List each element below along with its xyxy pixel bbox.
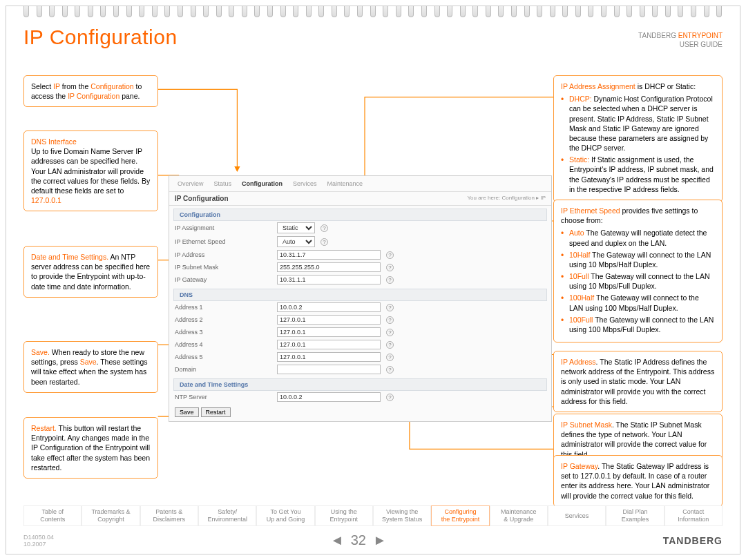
form-row: Domain?	[169, 363, 551, 376]
tab-services[interactable]: Services	[289, 179, 321, 189]
brand-c: USER GUIDE	[680, 41, 723, 48]
field-input[interactable]	[277, 275, 381, 284]
section-header: Date and Time Settings	[173, 378, 547, 391]
brand-b: ENTRYPOINT	[678, 32, 723, 39]
field-input[interactable]	[277, 315, 381, 325]
field-input[interactable]	[277, 365, 381, 374]
help-icon[interactable]: ?	[386, 366, 394, 374]
field-label: Address 3	[175, 329, 271, 336]
sections: ConfigurationIP AssignmentStatic?IP Ethe…	[169, 209, 551, 403]
form-row: IP Address?	[169, 249, 551, 261]
form-row: Address 5?	[169, 351, 551, 363]
toc-item[interactable]: ContactInformation	[664, 505, 723, 526]
field-label: IP Subnet Mask	[175, 264, 271, 271]
button-row: SaveRestart	[169, 403, 551, 421]
help-icon[interactable]: ?	[386, 341, 394, 349]
toc-item[interactable]: Patents &Disclaimers	[140, 505, 198, 526]
callout-ip-address: IP Address. The Static IP Address define…	[553, 351, 723, 412]
restart-button[interactable]: Restart	[201, 407, 231, 417]
page-number: 32	[351, 532, 366, 548]
toc-item[interactable]: Maintenance& Upgrade	[490, 505, 548, 526]
screenshot-tabs: OverviewStatusConfigurationServicesMaint…	[169, 176, 551, 192]
callout-ethernet-speed: IP Ethernet Speed provides five settings…	[553, 200, 723, 342]
field-input[interactable]	[277, 327, 381, 337]
ip-assignment-list: DHCP: Dynamic Host Configuration Protoco…	[561, 94, 715, 194]
help-icon[interactable]: ?	[386, 276, 394, 284]
help-icon[interactable]: ?	[386, 316, 394, 324]
section-header: DNS	[173, 289, 547, 301]
tab-maintenance[interactable]: Maintenance	[323, 179, 367, 189]
help-icon[interactable]: ?	[386, 354, 394, 361]
page-sheet: IP Configuration TANDBERG ENTRYPOINT USE…	[6, 6, 740, 554]
help-icon[interactable]: ?	[386, 394, 394, 401]
tab-configuration[interactable]: Configuration	[238, 179, 287, 189]
field-label: IP Address	[175, 251, 271, 258]
field-label: IP Gateway	[175, 276, 271, 283]
field-input[interactable]	[277, 340, 381, 349]
toc-item[interactable]: Services	[548, 505, 606, 526]
help-icon[interactable]: ?	[386, 304, 394, 311]
ethernet-speed-list: Auto The Gateway will negotiate detect t…	[561, 228, 715, 334]
list-item: 10Full The Gateway will connect to the L…	[561, 271, 715, 291]
callout-ip-gateway: IP Gateway. The Static Gateway IP addres…	[553, 455, 723, 507]
field-input[interactable]	[277, 352, 381, 362]
pane-title: IP Configuration	[175, 195, 229, 202]
help-icon[interactable]: ?	[321, 224, 328, 232]
field-input[interactable]	[277, 262, 381, 272]
field-input[interactable]: Static	[277, 222, 315, 233]
field-label: Address 2	[175, 316, 271, 323]
section-header: Configuration	[173, 209, 547, 221]
callout-ip-assignment: IP Address Assignment is DHCP or Static:…	[553, 75, 723, 202]
form-row: IP Subnet Mask?	[169, 261, 551, 273]
help-icon[interactable]: ?	[386, 251, 394, 259]
tab-status[interactable]: Status	[210, 179, 236, 189]
list-item: DHCP: Dynamic Host Configuration Protoco…	[561, 94, 715, 153]
doc-info: D14050.04 10.2007	[23, 534, 54, 548]
callout-restart: Restart. This button will restart the En…	[23, 417, 158, 479]
content-area: Select IP from the Configuration to acce…	[23, 58, 723, 488]
toc-item[interactable]: Table ofContents	[23, 505, 82, 526]
toc-item[interactable]: Trademarks &Copyright	[82, 505, 140, 526]
field-input[interactable]	[277, 302, 381, 312]
toc-item[interactable]: To Get YouUp and Going	[256, 505, 314, 526]
help-icon[interactable]: ?	[321, 238, 328, 246]
form-row: Address 2?	[169, 313, 551, 326]
toc-item[interactable]: Configuringthe Entrypoint	[431, 505, 489, 526]
toc-item[interactable]: Using theEntrypoint	[315, 505, 373, 526]
form-row: Address 4?	[169, 338, 551, 351]
field-label: Domain	[175, 366, 271, 373]
help-icon[interactable]: ?	[386, 264, 394, 271]
form-row: NTP Server?	[169, 391, 551, 403]
list-item: 100Half The Gateway will connect to the …	[561, 293, 715, 312]
help-icon[interactable]: ?	[386, 329, 394, 336]
next-icon[interactable]: ►	[373, 532, 387, 548]
pager: ◄ 32 ►	[330, 532, 387, 548]
form-row: IP AssignmentStatic?	[169, 221, 551, 235]
toc-item[interactable]: Safety/Environmental	[198, 505, 256, 526]
config-screenshot: OverviewStatusConfigurationServicesMaint…	[169, 175, 552, 422]
tab-overview[interactable]: Overview	[173, 179, 208, 189]
toc-item[interactable]: Dial PlanExamples	[606, 505, 664, 526]
field-label: NTP Server	[175, 394, 271, 400]
callout-select-ip: Select IP from the Configuration to acce…	[23, 75, 158, 107]
prev-icon[interactable]: ◄	[330, 532, 344, 548]
footer-logo: TANDBERG	[663, 535, 723, 546]
toc-item[interactable]: Viewing theSystem Status	[373, 505, 431, 526]
list-item: 10Half The Gateway will connect to the L…	[561, 250, 715, 269]
list-item: Static: If Static assignment is used, th…	[561, 155, 715, 194]
field-label: Address 4	[175, 341, 271, 348]
field-label: Address 1	[175, 304, 271, 311]
breadcrumb: You are here: Configuration ▸ IP	[467, 195, 546, 202]
field-input[interactable]: Auto	[277, 236, 315, 247]
form-row: Address 3?	[169, 326, 551, 338]
form-row: IP Ethernet SpeedAuto?	[169, 235, 551, 249]
header: IP Configuration TANDBERG ENTRYPOINT USE…	[23, 26, 723, 49]
footer: D14050.04 10.2007 ◄ 32 ► TANDBERG	[23, 532, 723, 548]
spiral-binding	[6, 6, 740, 19]
field-label: IP Assignment	[175, 224, 271, 231]
field-input[interactable]	[277, 392, 381, 402]
save-button[interactable]: Save	[175, 407, 199, 417]
list-item: 100Full The Gateway will connect to the …	[561, 315, 715, 334]
field-input[interactable]	[277, 250, 381, 260]
form-row: IP Gateway?	[169, 273, 551, 286]
